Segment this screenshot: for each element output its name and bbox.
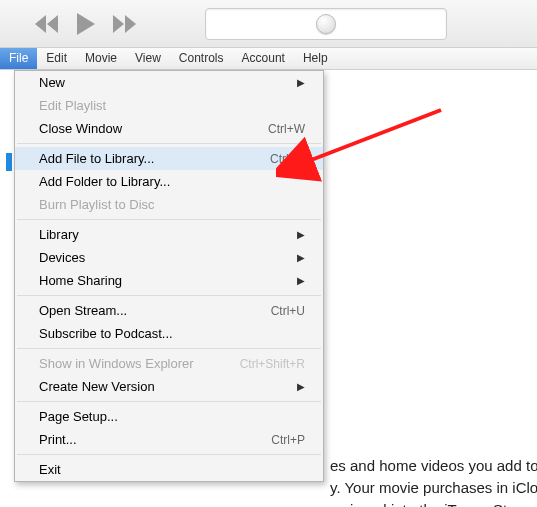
chevron-right-icon: ▶ xyxy=(297,275,305,286)
menu-item-rhs: ▶ xyxy=(287,252,305,263)
menu-item-label: Subscribe to Podcast... xyxy=(39,326,173,341)
menu-item-label: Create New Version xyxy=(39,379,155,394)
menu-item-close-window[interactable]: Close WindowCtrl+W xyxy=(15,117,323,140)
menu-item-label: Open Stream... xyxy=(39,303,127,318)
menu-item-rhs: ▶ xyxy=(287,77,305,88)
menu-item-label: Print... xyxy=(39,432,77,447)
menu-shortcut: Ctrl+Shift+R xyxy=(231,357,305,371)
menu-view[interactable]: View xyxy=(126,48,170,69)
svg-line-0 xyxy=(306,110,441,162)
player-toolbar xyxy=(0,0,537,48)
chevron-right-icon: ▶ xyxy=(297,252,305,263)
menu-item-page-setup[interactable]: Page Setup... xyxy=(15,405,323,428)
menu-item-library[interactable]: Library▶ xyxy=(15,223,323,246)
menu-bar: FileEditMovieViewControlsAccountHelp xyxy=(0,48,537,70)
menu-shortcut: Ctrl+P xyxy=(231,433,305,447)
menu-item-label: Close Window xyxy=(39,121,122,136)
menu-item-exit[interactable]: Exit xyxy=(15,458,323,481)
menu-item-label: Library xyxy=(39,227,79,242)
menu-help[interactable]: Help xyxy=(294,48,337,69)
file-menu-dropdown: New▶Edit PlaylistClose WindowCtrl+WAdd F… xyxy=(14,70,324,482)
playback-controls xyxy=(35,13,137,35)
seek-knob[interactable] xyxy=(316,14,336,34)
menu-item-home-sharing[interactable]: Home Sharing▶ xyxy=(15,269,323,292)
menu-file[interactable]: File xyxy=(0,48,37,69)
menu-item-subscribe-to-podcast[interactable]: Subscribe to Podcast... xyxy=(15,322,323,345)
menu-item-rhs: Ctrl+Shift+R xyxy=(231,357,305,371)
menu-item-label: Show in Windows Explorer xyxy=(39,356,194,371)
sidebar-selection-indicator xyxy=(6,153,12,171)
description-line: es and home videos you add to iT xyxy=(330,455,537,477)
menu-item-burn-playlist-to-disc: Burn Playlist to Disc xyxy=(15,193,323,216)
menu-item-rhs: Ctrl+P xyxy=(231,433,305,447)
menu-item-rhs: ▶ xyxy=(287,381,305,392)
menu-separator xyxy=(17,295,321,296)
menu-item-rhs: Ctrl+W xyxy=(231,122,305,136)
menu-item-label: Add File to Library... xyxy=(39,151,154,166)
menu-item-new[interactable]: New▶ xyxy=(15,71,323,94)
menu-item-label: New xyxy=(39,75,65,90)
menu-separator xyxy=(17,401,321,402)
menu-item-open-stream[interactable]: Open Stream...Ctrl+U xyxy=(15,299,323,322)
menu-edit[interactable]: Edit xyxy=(37,48,76,69)
chevron-right-icon: ▶ xyxy=(297,77,305,88)
menu-separator xyxy=(17,143,321,144)
previous-icon[interactable] xyxy=(35,15,59,33)
menu-separator xyxy=(17,454,321,455)
chevron-right-icon: ▶ xyxy=(297,381,305,392)
menu-item-edit-playlist: Edit Playlist xyxy=(15,94,323,117)
menu-item-label: Home Sharing xyxy=(39,273,122,288)
menu-separator xyxy=(17,348,321,349)
menu-item-rhs: Ctrl+U xyxy=(231,304,305,318)
menu-item-label: Devices xyxy=(39,250,85,265)
menu-item-add-folder-to-library[interactable]: Add Folder to Library... xyxy=(15,170,323,193)
menu-item-show-in-windows-explorer: Show in Windows ExplorerCtrl+Shift+R xyxy=(15,352,323,375)
menu-item-print[interactable]: Print...Ctrl+P xyxy=(15,428,323,451)
chevron-right-icon: ▶ xyxy=(297,229,305,240)
menu-item-label: Exit xyxy=(39,462,61,477)
menu-account[interactable]: Account xyxy=(233,48,294,69)
menu-shortcut: Ctrl+U xyxy=(231,304,305,318)
lcd-display xyxy=(205,8,447,40)
menu-controls[interactable]: Controls xyxy=(170,48,233,69)
play-icon[interactable] xyxy=(77,13,95,35)
menu-item-label: Page Setup... xyxy=(39,409,118,424)
menu-item-rhs: ▶ xyxy=(287,275,305,286)
menu-item-rhs: ▶ xyxy=(287,229,305,240)
menu-shortcut: Ctrl+W xyxy=(231,122,305,136)
menu-separator xyxy=(17,219,321,220)
menu-item-label: Burn Playlist to Disc xyxy=(39,197,155,212)
menu-item-rhs: Ctrl+O xyxy=(231,152,305,166)
page-description: es and home videos you add to iT y. Your… xyxy=(330,455,537,507)
description-line: y. Your movie purchases in iClou xyxy=(330,477,537,499)
menu-item-devices[interactable]: Devices▶ xyxy=(15,246,323,269)
menu-item-label: Edit Playlist xyxy=(39,98,106,113)
menu-movie[interactable]: Movie xyxy=(76,48,126,69)
menu-shortcut: Ctrl+O xyxy=(231,152,305,166)
menu-item-label: Add Folder to Library... xyxy=(39,174,170,189)
menu-item-create-new-version[interactable]: Create New Version▶ xyxy=(15,375,323,398)
menu-item-add-file-to-library[interactable]: Add File to Library...Ctrl+O xyxy=(15,147,323,170)
description-line: e signed into the iTunes Store. xyxy=(330,499,537,507)
next-icon[interactable] xyxy=(113,15,137,33)
